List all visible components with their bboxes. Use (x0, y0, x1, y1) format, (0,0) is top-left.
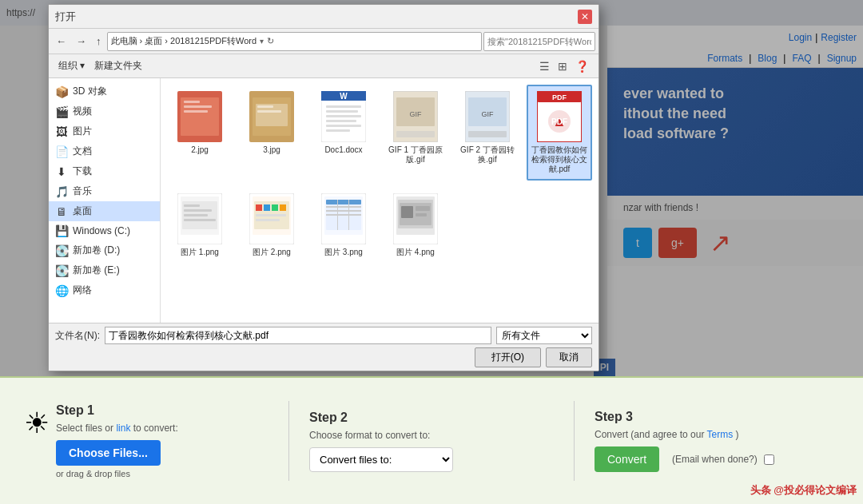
file-name-gif2: GIF 2 丁香园转换.gif (459, 145, 515, 165)
dialog-files-grid: 2.jpg 3.jpg (161, 78, 599, 323)
back-button[interactable]: ← (52, 33, 70, 50)
sidebar-item-c-drive[interactable]: 💾 Windows (C:) (49, 221, 160, 240)
sidebar-network-label: 网络 (73, 284, 92, 297)
file-item-2jpg[interactable]: 2.jpg (167, 85, 233, 181)
svg-rect-55 (326, 214, 361, 216)
svg-text:W: W (340, 92, 348, 101)
e-drive-icon: 💽 (55, 264, 68, 277)
view-buttons: ☰ ⊞ ❓ (536, 58, 592, 74)
svg-rect-47 (256, 214, 286, 216)
file-thumb-gif1: GIF (390, 91, 441, 142)
file-item-pdf[interactable]: PDF ▲ PDF 丁香园教你如何检索得到核心文献.pdf (527, 85, 592, 181)
sidebar-item-documents[interactable]: 📄 文档 (49, 141, 160, 161)
address-path: 此电脑 › 桌面 › 20181215PDF转Word (111, 35, 257, 47)
sidebar-item-music[interactable]: 🎵 音乐 (49, 181, 160, 201)
file-item-gif2[interactable]: GIF GIF 2 丁香园转换.gif (455, 85, 520, 181)
file-name-png3: 图片 3.png (324, 248, 363, 257)
dialog-cancel-button[interactable]: 取消 (546, 347, 592, 367)
choose-files-button[interactable]: Choose Files... (56, 440, 161, 466)
file-name-3jpg: 3.jpg (263, 145, 280, 155)
svg-rect-37 (184, 209, 212, 212)
dialog-sidebar: 📦 3D 对象 🎬 视频 🖼 图片 📄 文档 ⬇ 下载 🎵 音乐 (49, 78, 161, 323)
sidebar-item-d-drive[interactable]: 💽 新加卷 (D:) (49, 240, 160, 260)
dialog-view-toolbar: 组织 ▾ 新建文件夹 ☰ ⊞ ❓ (49, 54, 599, 78)
sidebar-pictures-label: 图片 (73, 125, 92, 138)
file-item-3jpg[interactable]: 3.jpg (239, 85, 304, 181)
dialog-open-button[interactable]: 打开(O) (475, 347, 541, 367)
3d-icon: 📦 (55, 85, 68, 98)
convert-button[interactable]: Convert (595, 446, 659, 472)
file-item-png4[interactable]: 图片 4.png (383, 187, 448, 264)
refresh-button[interactable]: ↻ (267, 36, 274, 46)
address-dropdown-button[interactable]: ▾ (260, 37, 264, 46)
file-name-png2: 图片 2.png (253, 248, 291, 257)
sidebar-item-network[interactable]: 🌐 网络 (49, 280, 160, 300)
sidebar-music-label: 音乐 (73, 185, 92, 198)
step3-title: Step 3 (595, 410, 839, 424)
sidebar-item-3d[interactable]: 📦 3D 对象 (49, 81, 160, 101)
svg-text:GIF: GIF (410, 110, 423, 118)
dialog-close-button[interactable]: ✕ (578, 10, 592, 24)
step-3: Step 3 Convert (and agree to our Terms )… (587, 410, 847, 472)
svg-rect-63 (416, 206, 430, 211)
sidebar-item-e-drive[interactable]: 💽 新加卷 (E:) (49, 260, 160, 280)
file-thumb-png1 (174, 193, 225, 244)
svg-text:PDF: PDF (551, 117, 567, 126)
gif-thumbnail-2: GIF (465, 91, 510, 142)
file-item-png2[interactable]: 图片 2.png (239, 187, 304, 264)
sidebar-item-pictures[interactable]: 🖼 图片 (49, 121, 160, 141)
drag-drop-text: or drag & drop files (56, 469, 268, 478)
organize-button[interactable]: 组织 ▾ (55, 58, 88, 74)
new-folder-button[interactable]: 新建文件夹 (91, 58, 145, 74)
svg-rect-57 (348, 200, 349, 230)
sidebar-item-desktop[interactable]: 🖥 桌面 (49, 201, 160, 221)
filename-row: 文件名(N): 所有文件 (55, 327, 592, 344)
address-bar[interactable]: 此电脑 › 桌面 › 20181215PDF转Word ▾ ↻ (107, 32, 483, 51)
c-drive-icon: 💾 (55, 224, 68, 237)
step1-desc-text: Select files or (56, 423, 113, 434)
sidebar-desktop-label: 桌面 (73, 204, 92, 218)
search-input[interactable] (483, 32, 595, 51)
sidebar-item-video[interactable]: 🎬 视频 (49, 101, 160, 121)
view-list-button[interactable]: ☰ (536, 58, 553, 74)
convert-format-select[interactable]: Convert files to: (309, 447, 453, 472)
step1-desc2: to convert: (133, 423, 178, 434)
step1-link[interactable]: link (116, 423, 130, 434)
file-name-gif1: GIF 1 丁香园原版.gif (388, 145, 443, 165)
file-thumb-png3 (318, 193, 369, 244)
file-name-pdf: 丁香园教你如何检索得到核心文献.pdf (531, 145, 587, 174)
step1-content: Step 1 Select files or link to convert: … (56, 403, 268, 478)
file-item-png3[interactable]: 图片 3.png (311, 187, 376, 264)
pictures-icon: 🖼 (55, 125, 68, 138)
documents-icon: 📄 (55, 145, 68, 158)
step3-desc: Convert (and agree to our Terms ) (595, 429, 839, 440)
docx-thumbnail: W (321, 91, 366, 142)
terms-link[interactable]: Terms (707, 429, 734, 440)
up-button[interactable]: ↑ (92, 33, 105, 50)
step3-actions: Convert (Email when done?) (595, 446, 839, 472)
file-open-dialog: 打开 ✕ ← → ↑ 此电脑 › 桌面 › 20181215PDF转Word ▾… (48, 4, 599, 371)
file-item-gif1[interactable]: GIF GIF 1 丁香园原版.gif (383, 85, 448, 181)
step3-desc2: ) (736, 429, 739, 440)
step1-desc: Select files or link to convert: (56, 423, 268, 434)
file-thumb-3jpg (246, 91, 297, 142)
png-thumbnail-3 (321, 193, 366, 244)
forward-button[interactable]: → (72, 33, 90, 50)
svg-rect-1 (181, 97, 219, 136)
email-label: (Email when done?) (672, 454, 758, 465)
view-grid-button[interactable]: ⊞ (555, 58, 571, 74)
email-checkbox[interactable] (764, 454, 774, 465)
svg-rect-15 (326, 115, 361, 117)
svg-rect-13 (326, 105, 361, 108)
step3-desc-text: Convert (and agree to our (595, 429, 704, 440)
sidebar-item-downloads[interactable]: ⬇ 下载 (49, 161, 160, 181)
file-item-png1[interactable]: 图片 1.png (167, 187, 233, 264)
downloads-icon: ⬇ (55, 165, 68, 178)
svg-rect-64 (416, 213, 427, 216)
filename-label: 文件名(N): (55, 329, 100, 343)
filetype-select[interactable]: 所有文件 (496, 327, 592, 344)
svg-rect-56 (337, 200, 338, 230)
file-item-docx[interactable]: W Doc1.docx (311, 85, 376, 181)
view-help-button[interactable]: ❓ (572, 58, 592, 74)
filename-input[interactable] (105, 327, 491, 344)
